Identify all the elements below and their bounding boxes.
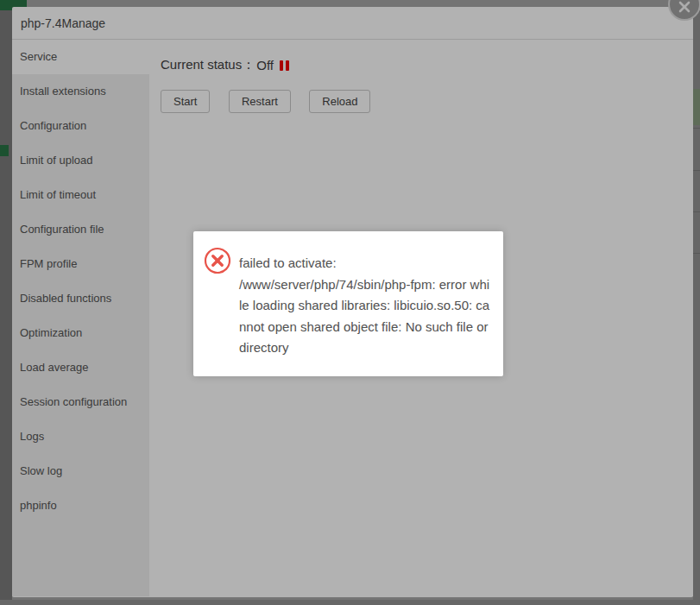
error-circle-x-icon: [204, 247, 231, 274]
error-message: failed to activate: /www/server/php/74/s…: [239, 253, 491, 359]
error-toast: failed to activate: /www/server/php/74/s…: [193, 231, 503, 376]
